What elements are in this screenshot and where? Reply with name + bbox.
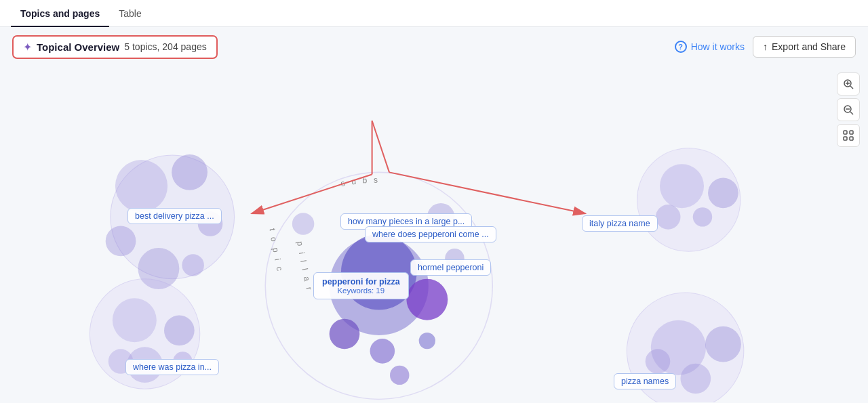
app-container: Topics and pages Table ✦ Topical Overvie… bbox=[0, 0, 868, 403]
zoom-controls bbox=[837, 72, 860, 147]
svg-line-37 bbox=[252, 174, 372, 213]
svg-line-47 bbox=[850, 112, 853, 114]
svg-text:t o p i c: t o p i c bbox=[267, 228, 285, 274]
svg-point-28 bbox=[660, 164, 704, 208]
svg-point-36 bbox=[646, 349, 671, 374]
how-it-works-button[interactable]: ? How it works bbox=[675, 41, 745, 53]
svg-rect-49 bbox=[844, 131, 847, 134]
svg-line-38 bbox=[389, 172, 585, 213]
svg-point-23 bbox=[445, 249, 464, 268]
canvas-area: s u b s t o p i c p i l l a r bbox=[0, 66, 868, 403]
tab-table[interactable]: Table bbox=[109, 0, 151, 27]
svg-point-35 bbox=[680, 363, 711, 394]
svg-point-1 bbox=[115, 160, 167, 212]
svg-point-17 bbox=[330, 318, 360, 349]
svg-line-40 bbox=[372, 121, 389, 172]
svg-point-29 bbox=[708, 177, 738, 208]
how-it-works-label: How it works bbox=[691, 41, 745, 52]
zoom-out-button[interactable] bbox=[837, 98, 860, 121]
tab-topics-and-pages[interactable]: Topics and pages bbox=[11, 0, 109, 27]
svg-point-4 bbox=[198, 211, 223, 236]
svg-point-8 bbox=[113, 298, 157, 342]
svg-point-2 bbox=[172, 154, 208, 190]
svg-line-43 bbox=[850, 86, 853, 89]
svg-point-22 bbox=[427, 203, 455, 231]
question-icon: ? bbox=[675, 41, 687, 53]
topical-overview-badge: ✦ Topical Overview 5 topics, 204 pages bbox=[12, 35, 218, 59]
svg-rect-51 bbox=[844, 137, 847, 140]
fit-view-button[interactable] bbox=[837, 124, 860, 147]
svg-rect-52 bbox=[850, 137, 853, 140]
svg-point-9 bbox=[164, 315, 195, 345]
export-label: Export and Share bbox=[772, 41, 846, 52]
svg-point-6 bbox=[182, 254, 203, 276]
toolbar-right: ? How it works ↑ Export and Share bbox=[675, 36, 856, 58]
export-share-button[interactable]: ↑ Export and Share bbox=[753, 36, 856, 58]
svg-point-20 bbox=[419, 332, 435, 348]
zoom-in-button[interactable] bbox=[837, 72, 860, 96]
svg-point-12 bbox=[108, 349, 134, 374]
svg-point-30 bbox=[656, 205, 681, 230]
svg-rect-50 bbox=[850, 131, 853, 134]
sparkle-icon: ✦ bbox=[23, 41, 32, 54]
canvas-svg: s u b s t o p i c p i l l a r bbox=[0, 66, 868, 403]
main-area: ✦ Topical Overview 5 topics, 204 pages ?… bbox=[0, 27, 868, 404]
svg-point-21 bbox=[292, 213, 314, 234]
topical-overview-meta: 5 topics, 204 pages bbox=[124, 41, 206, 52]
svg-point-11 bbox=[173, 352, 192, 370]
svg-text:p i l l a r: p i l l a r bbox=[295, 240, 314, 293]
svg-point-31 bbox=[693, 207, 712, 226]
svg-point-19 bbox=[390, 365, 409, 384]
topical-overview-title: Topical Overview bbox=[37, 41, 119, 53]
toolbar: ✦ Topical Overview 5 topics, 204 pages ?… bbox=[0, 27, 868, 66]
svg-point-18 bbox=[370, 339, 395, 364]
svg-point-15 bbox=[341, 234, 417, 310]
svg-point-16 bbox=[406, 278, 448, 320]
tabs-bar: Topics and pages Table bbox=[0, 0, 868, 27]
export-icon: ↑ bbox=[763, 41, 768, 52]
svg-point-34 bbox=[705, 326, 741, 362]
svg-point-3 bbox=[106, 226, 136, 256]
